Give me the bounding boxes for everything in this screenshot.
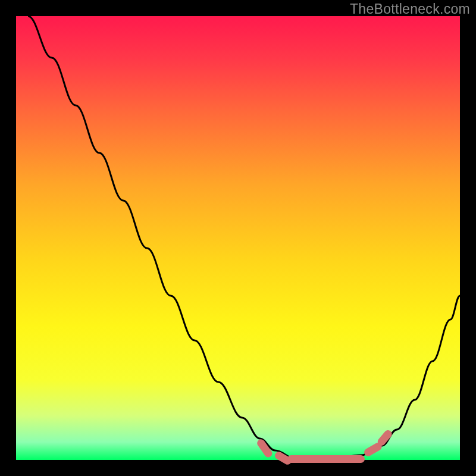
bottleneck-curve <box>16 16 460 460</box>
chart-plot-area <box>16 16 460 460</box>
highlight-segment <box>287 455 365 463</box>
watermark-text: TheBottleneck.com <box>350 1 470 17</box>
